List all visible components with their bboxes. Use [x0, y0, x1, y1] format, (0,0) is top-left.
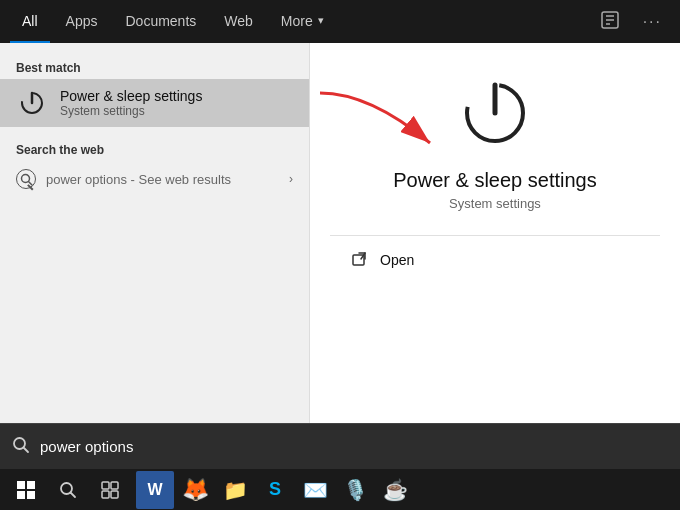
- web-search-text: power options - See web results: [46, 172, 279, 187]
- taskbar-word[interactable]: W: [136, 471, 174, 509]
- taskbar-apps: W 🦊 📁 S ✉️ 🎙️ ☕: [136, 471, 414, 509]
- tab-documents[interactable]: Documents: [113, 0, 208, 43]
- search-web-label: Search the web: [0, 137, 309, 161]
- taskbar-skype[interactable]: S: [256, 471, 294, 509]
- open-button[interactable]: Open: [330, 240, 660, 280]
- search-bar-icon: [12, 436, 30, 458]
- result-subtitle: System settings: [449, 196, 541, 211]
- svg-line-14: [24, 447, 29, 452]
- best-match-text: Power & sleep settings System settings: [60, 88, 202, 118]
- best-match-subtitle: System settings: [60, 104, 202, 118]
- taskbar-app7[interactable]: ☕: [376, 471, 414, 509]
- right-panel: Power & sleep settings System settings O…: [310, 43, 680, 423]
- open-icon: [350, 250, 370, 270]
- svg-rect-17: [17, 491, 25, 499]
- right-panel-actions: Open: [330, 231, 660, 280]
- svg-rect-24: [111, 491, 118, 498]
- search-circle-icon: [16, 169, 36, 189]
- left-panel: Best match Power & sleep settings System…: [0, 43, 310, 423]
- start-button[interactable]: [6, 471, 46, 509]
- tab-apps[interactable]: Apps: [54, 0, 110, 43]
- task-view-button[interactable]: [90, 471, 130, 509]
- chevron-right-icon: ›: [289, 172, 293, 186]
- search-input[interactable]: [40, 438, 668, 455]
- persona-button[interactable]: [593, 7, 627, 37]
- divider: [330, 235, 660, 236]
- search-web-section: Search the web power options - See web r…: [0, 137, 309, 197]
- svg-line-20: [71, 492, 76, 497]
- svg-rect-15: [17, 481, 25, 489]
- taskbar-firefox[interactable]: 🦊: [176, 471, 214, 509]
- result-title: Power & sleep settings: [393, 169, 596, 192]
- search-bar: [0, 423, 680, 469]
- chevron-down-icon: ▾: [318, 14, 324, 27]
- web-search-item[interactable]: power options - See web results ›: [0, 161, 309, 197]
- svg-rect-16: [27, 481, 35, 489]
- taskbar-podcast[interactable]: 🎙️: [336, 471, 374, 509]
- svg-rect-21: [102, 482, 109, 489]
- tab-all[interactable]: All: [10, 0, 50, 43]
- more-options-button[interactable]: ···: [635, 9, 670, 35]
- taskbar-files[interactable]: 📁: [216, 471, 254, 509]
- top-nav: All Apps Documents Web More ▾ ···: [0, 0, 680, 43]
- svg-rect-22: [111, 482, 118, 489]
- taskbar-mail[interactable]: ✉️: [296, 471, 334, 509]
- svg-rect-18: [27, 491, 35, 499]
- svg-line-7: [28, 181, 32, 185]
- nav-right: ···: [593, 7, 670, 37]
- power-icon-large: [455, 73, 535, 157]
- best-match-label: Best match: [0, 55, 309, 79]
- open-label: Open: [380, 252, 414, 268]
- best-match-item[interactable]: Power & sleep settings System settings: [0, 79, 309, 127]
- taskbar: W 🦊 📁 S ✉️ 🎙️ ☕: [0, 469, 680, 510]
- svg-rect-23: [102, 491, 109, 498]
- best-match-title: Power & sleep settings: [60, 88, 202, 104]
- tab-more[interactable]: More ▾: [269, 0, 336, 43]
- search-taskbar-button[interactable]: [48, 471, 88, 509]
- tab-web[interactable]: Web: [212, 0, 265, 43]
- main-content: Best match Power & sleep settings System…: [0, 43, 680, 423]
- power-icon-small: [16, 87, 48, 119]
